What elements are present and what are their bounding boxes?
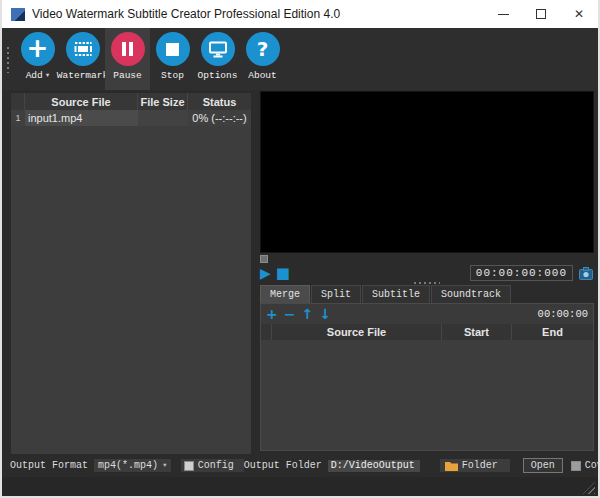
main-toolbar: + Add ▼ Watermark Pause Stop <box>2 28 598 90</box>
stop-button-label: Stop <box>161 70 184 81</box>
config-checkbox[interactable] <box>184 461 194 471</box>
coverage-label: Coverage <box>585 460 600 471</box>
output-format-value: mp4(*.mp4) <box>98 460 158 471</box>
toolbar-grip-handle[interactable] <box>7 47 9 73</box>
pause-icon <box>111 32 145 66</box>
folder-browse-button[interactable]: Folder <box>440 459 510 472</box>
source-file-column-header: Source File <box>25 93 138 110</box>
open-button[interactable]: Open <box>523 458 563 473</box>
video-preview <box>260 91 594 253</box>
pause-button[interactable]: Pause <box>105 28 150 90</box>
source-file-table: Source File File Size Status 1 input1.mp… <box>10 92 252 455</box>
panel-splitter-handle[interactable] <box>414 282 440 284</box>
merge-table-body <box>261 340 593 450</box>
stop-button[interactable]: Stop <box>150 28 195 90</box>
dropdown-caret-icon: ▼ <box>163 462 167 469</box>
source-file-table-header: Source File File Size Status <box>11 93 251 110</box>
stop-icon <box>156 32 190 66</box>
about-button-label: About <box>248 70 277 81</box>
snapshot-button[interactable] <box>578 266 593 280</box>
maximize-icon <box>536 9 546 19</box>
config-toggle[interactable]: Config <box>181 459 244 472</box>
row-number: 1 <box>11 110 25 126</box>
row-file-size <box>138 110 188 126</box>
merge-panel: + − ↑ ↓ 00:00:00 Source File Start End <box>260 303 594 451</box>
merge-total-time: 00:00:00 <box>538 308 588 320</box>
output-format-dropdown[interactable]: mp4(*.mp4) ▼ <box>93 458 172 473</box>
monitor-icon <box>201 32 235 66</box>
window-title: Video Watermark Subtitle Creator Profess… <box>32 7 484 21</box>
seek-slider[interactable] <box>260 255 594 263</box>
question-mark-icon: ? <box>246 32 280 66</box>
merge-source-file-header: Source File <box>272 324 442 340</box>
coverage-checkbox[interactable] <box>571 461 581 471</box>
snapshot-icon <box>579 267 593 280</box>
playback-time: 00:00:00:000 <box>470 265 573 281</box>
about-button[interactable]: ? About <box>240 28 285 90</box>
merge-row-number-header <box>261 324 272 340</box>
add-button[interactable]: + Add ▼ <box>15 28 60 90</box>
add-row-button[interactable]: + <box>266 307 278 321</box>
remove-row-button[interactable]: − <box>284 307 296 321</box>
folder-button-label: Folder <box>462 460 498 471</box>
output-folder-input[interactable]: D:/VideoOutput <box>327 459 421 473</box>
minimize-icon <box>498 14 509 15</box>
coverage-toggle[interactable]: Coverage <box>571 460 600 471</box>
config-label: Config <box>198 460 234 471</box>
row-source-file: input1.mp4 <box>25 110 138 126</box>
tab-split[interactable]: Split <box>311 285 361 303</box>
output-folder-group: Output Folder D:/VideoOutput Folder Open… <box>244 458 600 473</box>
add-plus-icon: + <box>21 32 55 66</box>
watermark-button[interactable]: Watermark <box>60 28 105 90</box>
tab-subtitle[interactable]: Subtitle <box>362 285 430 303</box>
player-controls: ▶ ■ 00:00:00:000 <box>260 264 594 282</box>
titlebar: Video Watermark Subtitle Creator Profess… <box>2 0 598 28</box>
play-button[interactable]: ▶ <box>260 266 271 280</box>
add-dropdown-caret-icon: ▼ <box>46 72 50 79</box>
move-down-button[interactable]: ↓ <box>319 307 331 321</box>
resize-grip[interactable] <box>583 482 595 494</box>
close-button[interactable]: ✕ <box>560 0 598 28</box>
merge-start-header: Start <box>442 324 512 340</box>
maximize-button[interactable] <box>522 0 560 28</box>
status-strip <box>2 477 598 496</box>
row-status: 0% (--:--:--) <box>188 110 251 126</box>
seek-slider-thumb[interactable] <box>260 255 268 263</box>
options-button-label: Options <box>198 70 238 81</box>
folder-icon <box>445 461 458 471</box>
watermark-button-label: Watermark <box>57 70 108 81</box>
output-format-label: Output Format <box>10 460 88 471</box>
minimize-button[interactable] <box>484 0 522 28</box>
merge-end-header: End <box>512 324 593 340</box>
merge-table-header: Source File Start End <box>261 324 593 340</box>
output-folder-label: Output Folder <box>244 460 322 471</box>
bottom-bar: Output Format mp4(*.mp4) ▼ Config Output… <box>2 456 598 475</box>
table-row[interactable]: 1 input1.mp4 0% (--:--:--) <box>11 110 251 126</box>
status-column-header: Status <box>188 93 251 110</box>
add-button-label: Add <box>26 70 43 81</box>
film-strip-icon <box>66 32 100 66</box>
file-size-column-header: File Size <box>138 93 188 110</box>
pause-button-label: Pause <box>113 70 142 81</box>
merge-toolbar: + − ↑ ↓ 00:00:00 <box>261 304 593 324</box>
row-number-header <box>11 93 25 110</box>
move-up-button[interactable]: ↑ <box>301 307 313 321</box>
app-window: Video Watermark Subtitle Creator Profess… <box>0 0 600 498</box>
close-icon: ✕ <box>574 8 584 20</box>
tab-soundtrack[interactable]: Soundtrack <box>431 285 511 303</box>
tab-bar: Merge Split Subtitle Soundtrack <box>260 285 512 303</box>
app-icon <box>11 8 25 21</box>
tab-merge[interactable]: Merge <box>260 285 310 303</box>
options-button[interactable]: Options <box>195 28 240 90</box>
stop-playback-button[interactable]: ■ <box>276 266 290 281</box>
